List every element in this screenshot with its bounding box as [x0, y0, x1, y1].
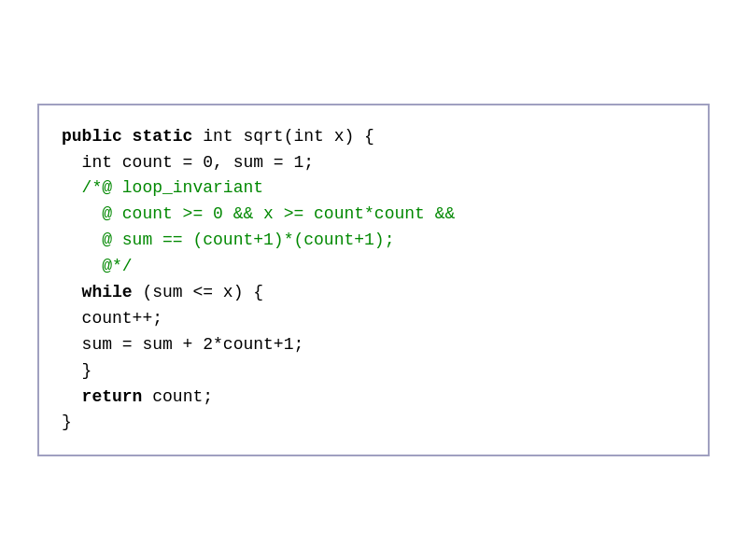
code-line: while (sum <= x) { — [62, 280, 685, 306]
normal-span: } — [62, 413, 72, 431]
code-line: return count; — [62, 385, 685, 411]
code-container: public static int sqrt(int x) { int coun… — [37, 104, 710, 457]
code-line: sum = sum + 2*count+1; — [62, 332, 685, 358]
comment-span: @ count >= 0 && x >= count*count && — [62, 204, 455, 223]
code-line: /*@ loop_invariant — [62, 175, 685, 202]
code-line: int count = 0, sum = 1; — [62, 150, 685, 176]
normal-span: count++; — [62, 309, 162, 328]
normal-span: } — [62, 361, 92, 380]
keyword-span: return — [62, 387, 142, 406]
normal-span: count; — [142, 387, 213, 406]
normal-span: sum = sum + 2*count+1; — [62, 335, 303, 354]
keyword-span: public static — [62, 127, 192, 146]
comment-span: @ sum == (count+1)*(count+1); — [62, 231, 394, 249]
code-line: @ count >= 0 && x >= count*count && — [62, 202, 685, 228]
normal-span: (sum <= x) { — [133, 283, 263, 301]
code-line: } — [62, 358, 685, 385]
code-block: public static int sqrt(int x) { int coun… — [62, 124, 685, 437]
normal-span: int sqrt(int x) { — [192, 127, 374, 146]
code-line: @*/ — [62, 254, 685, 280]
normal-span: int count = 0, sum = 1; — [62, 153, 314, 172]
code-line: count++; — [62, 306, 685, 332]
comment-span: /*@ loop_invariant — [62, 178, 263, 197]
code-line: @ sum == (count+1)*(count+1); — [62, 228, 685, 254]
code-line: } — [62, 410, 685, 436]
code-line: public static int sqrt(int x) { — [62, 124, 685, 150]
comment-span: @*/ — [62, 257, 133, 275]
keyword-span: while — [62, 283, 133, 301]
